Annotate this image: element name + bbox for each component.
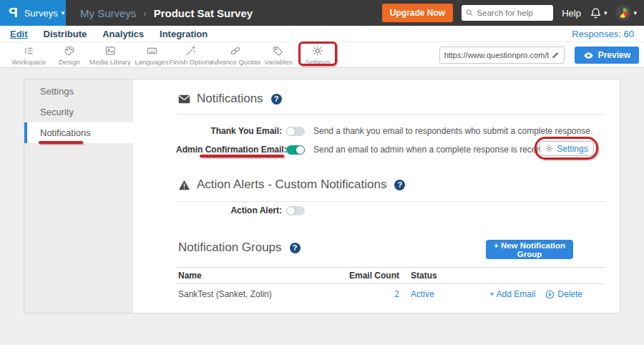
thank-you-email-description: Send a thank you email to respondents wh… [313,126,592,136]
tab-edit[interactable]: Edit [10,29,28,39]
survey-nav: Edit Distribute Analytics Integration Re… [0,26,644,42]
toolbar-item-settings[interactable]: Settings [306,45,330,66]
admin-confirmation-email-toggle[interactable] [286,145,305,155]
tab-analytics[interactable]: Analytics [102,29,144,39]
delete-link[interactable]: Delete [545,289,582,299]
divider [176,114,605,115]
design-icon [64,45,75,57]
settings-gear-icon [312,45,323,57]
divider [176,201,605,202]
breadcrumb-my-surveys[interactable]: My Surveys [80,7,136,19]
media-library-icon [104,45,116,57]
notifications-bell-menu[interactable]: ▾ [590,7,608,19]
variables-icon [273,45,284,57]
thank-you-email-label: Thank You Email: [176,126,282,136]
finish-options-icon [185,45,197,57]
sidebar-item-settings[interactable]: Settings [24,81,133,102]
admin-confirmation-email-label: Admin Confirmation Email: [176,145,282,155]
group-name: SankTest (Sanket, Zolin) [176,289,335,299]
toolbar-item-variables[interactable]: Variables [265,45,293,66]
envelope-icon [178,94,190,104]
search-icon [466,9,473,17]
thank-you-email-row: Thank You Email: Send a thank you email … [176,123,592,139]
help-question-icon[interactable]: ? [290,243,301,253]
settings-card: Settings Security Notifications Notifica… [24,79,620,314]
help-search[interactable] [462,5,553,21]
languages-icon [146,45,157,57]
toolbar-item-design[interactable]: Design [59,45,80,66]
product-switcher[interactable]: P Surveys ▾ [0,0,66,26]
admin-confirmation-email-description: Send an email to admin when a complete r… [313,145,555,155]
edit-pencil-icon[interactable] [552,51,560,59]
notification-groups-section-heading: Notification Groups ? [178,240,301,255]
settings-sidebar: Settings Security Notifications [24,79,133,313]
help-question-icon[interactable]: ? [394,180,405,190]
email-count-link[interactable]: 2 [394,289,399,299]
thank-you-email-toggle[interactable] [286,127,305,136]
toolbar-item-advance-quotas[interactable]: Advance Quotas [210,45,260,66]
sidebar-item-security[interactable]: Security [24,102,133,122]
status-link[interactable]: Active [411,289,434,299]
preview-button[interactable]: Preview [575,47,639,64]
toolbar-item-finish-options[interactable]: Finish Options [170,45,213,66]
header-email-count: Email Count [335,271,399,281]
notification-groups-title: Notification Groups [178,240,282,255]
help-question-icon[interactable]: ? [271,94,282,105]
table-row: SankTest (Sanket, Zolin) 2 Active + Add … [176,284,605,304]
chevron-down-icon: ▾ [62,10,65,16]
survey-url-input[interactable] [444,51,549,59]
header-name: Name [176,271,335,281]
toolbar-item-media-library[interactable]: Media Library [89,45,131,66]
account-menu[interactable]: ▾ [615,5,637,21]
action-alerts-section-heading: Action Alerts - Custom Notifications ? [178,178,405,192]
new-notification-group-button[interactable]: + New Notification Group [486,240,573,259]
chevron-down-icon: ▾ [604,10,608,16]
surveys-menu-label: Surveys [24,8,58,19]
sidebar-item-notifications[interactable]: Notifications [24,122,133,143]
tab-integration[interactable]: Integration [160,29,208,39]
gear-icon [545,145,553,152]
delete-circle-x-icon [545,290,555,299]
questionpro-survey-settings-page: P Surveys ▾ My Surveys › Product Sat Sur… [0,0,644,345]
advance-quotas-icon [230,45,241,57]
chevron-down-icon: ▾ [633,10,637,16]
action-alert-row: Action Alert: [176,203,305,218]
header-status: Status [399,271,478,281]
notifications-section-heading: Notifications ? [178,92,282,106]
admin-confirmation-email-row: Admin Confirmation Email: Send an email … [176,142,555,157]
upgrade-now-button[interactable]: Upgrade Now [382,4,453,22]
bell-icon [590,7,602,19]
page-title: Product Sat Survey [154,7,253,19]
responses-count[interactable]: Responses: 60 [572,29,634,39]
action-alerts-section-title: Action Alerts - Custom Notifications [197,178,386,192]
notifications-panel: Notifications ? Thank You Email: Send a … [133,79,620,313]
breadcrumb: My Surveys › Product Sat Survey [80,7,253,19]
action-alert-label: Action Alert: [176,205,282,215]
workspace-icon [23,45,34,57]
breadcrumb-separator-icon: › [143,8,146,19]
tab-distribute[interactable]: Distribute [44,29,87,39]
edit-toolbar: Workspace Design Media Library Languages… [0,42,644,68]
help-link[interactable]: Help [562,8,581,19]
notification-groups-table: Name Email Count Status SankTest (Sanket… [176,267,605,304]
table-header-row: Name Email Count Status [176,267,605,284]
questionpro-logo: P [9,5,18,21]
surveys-menu[interactable]: Surveys ▾ [24,8,65,19]
eye-icon [583,52,594,59]
avatar [615,5,631,21]
toolbar-item-workspace[interactable]: Workspace [11,45,45,66]
add-email-link[interactable]: + Add Email [489,289,535,299]
action-alert-toggle[interactable] [286,206,305,215]
survey-url-field[interactable] [439,47,565,64]
top-bar: P Surveys ▾ My Surveys › Product Sat Sur… [0,0,644,26]
search-input[interactable] [477,9,550,17]
warning-icon [178,180,190,190]
notifications-section-title: Notifications [197,92,263,106]
admin-email-settings-button[interactable]: Settings [540,141,594,156]
toolbar-item-languages[interactable]: Languages [135,45,168,66]
